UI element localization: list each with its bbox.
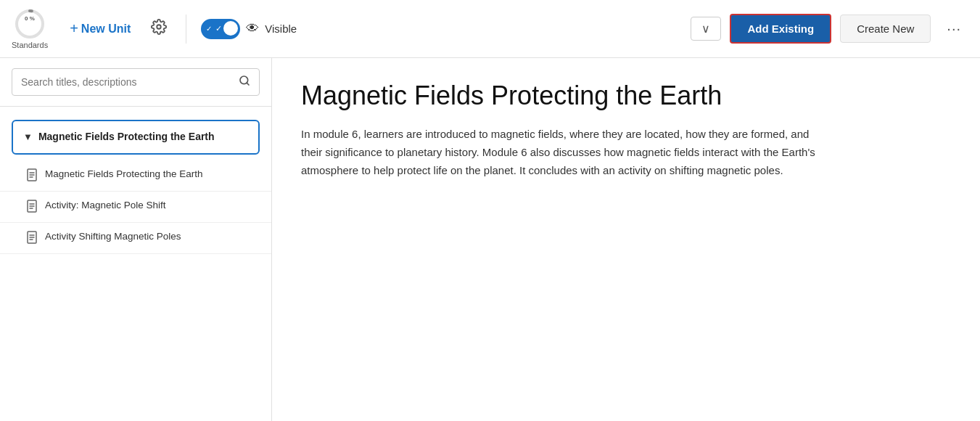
unit-title: Magnetic Fields Protecting the Earth bbox=[38, 130, 215, 144]
content-title: Magnetic Fields Protecting the Earth bbox=[301, 80, 951, 111]
sub-item-title: Activity: Magnetic Pole Shift bbox=[45, 199, 166, 213]
create-new-button[interactable]: Create New bbox=[840, 15, 931, 43]
dropdown-button[interactable]: ∨ bbox=[691, 17, 721, 41]
list-item[interactable]: Magnetic Fields Protecting the Earth bbox=[0, 160, 271, 192]
settings-button[interactable] bbox=[147, 15, 171, 43]
plus-icon: + bbox=[70, 20, 78, 37]
main-layout: ▼ Magnetic Fields Protecting the Earth M… bbox=[0, 58, 980, 421]
document-icon bbox=[26, 200, 38, 215]
chevron-down-icon: ∨ bbox=[701, 23, 710, 35]
top-bar: 0 % Standards + New Unit ✓ 👁 Visible ∨ A… bbox=[0, 0, 980, 58]
search-icon bbox=[239, 75, 250, 89]
sub-item-title: Activity Shifting Magnetic Poles bbox=[45, 230, 181, 244]
content-description: In module 6, learners are introduced to … bbox=[301, 126, 823, 179]
standards-label: Standards bbox=[12, 41, 48, 49]
chevron-icon: ▼ bbox=[23, 131, 33, 142]
svg-point-3 bbox=[157, 25, 162, 29]
list-item[interactable]: Activity Shifting Magnetic Poles bbox=[0, 223, 271, 254]
more-options-button[interactable]: ··· bbox=[939, 16, 968, 41]
search-bar bbox=[12, 68, 260, 96]
list-item[interactable]: Activity: Magnetic Pole Shift bbox=[0, 192, 271, 223]
visible-toggle[interactable]: ✓ bbox=[201, 19, 240, 39]
document-icon bbox=[26, 168, 38, 184]
sidebar: ▼ Magnetic Fields Protecting the Earth M… bbox=[0, 58, 272, 421]
standards-gauge: 0 % Standards bbox=[12, 8, 48, 49]
svg-line-5 bbox=[247, 83, 249, 85]
add-existing-button[interactable]: Add Existing bbox=[730, 14, 831, 44]
visible-toggle-area: ✓ 👁 Visible bbox=[201, 19, 297, 39]
search-input[interactable] bbox=[21, 76, 233, 88]
unit-item[interactable]: ▼ Magnetic Fields Protecting the Earth bbox=[12, 120, 260, 155]
sidebar-list: ▼ Magnetic Fields Protecting the Earth M… bbox=[0, 107, 271, 421]
search-bar-container bbox=[0, 58, 271, 107]
sub-item-title: Magnetic Fields Protecting the Earth bbox=[45, 168, 203, 181]
content-area: Magnetic Fields Protecting the Earth In … bbox=[272, 58, 980, 421]
divider bbox=[186, 15, 186, 44]
document-icon bbox=[26, 231, 38, 246]
new-unit-label: New Unit bbox=[81, 23, 131, 36]
eye-icon: 👁 bbox=[246, 21, 259, 36]
svg-text:0 %: 0 % bbox=[25, 15, 35, 22]
visible-label: Visible bbox=[265, 23, 297, 35]
new-unit-button[interactable]: + New Unit bbox=[62, 16, 138, 41]
